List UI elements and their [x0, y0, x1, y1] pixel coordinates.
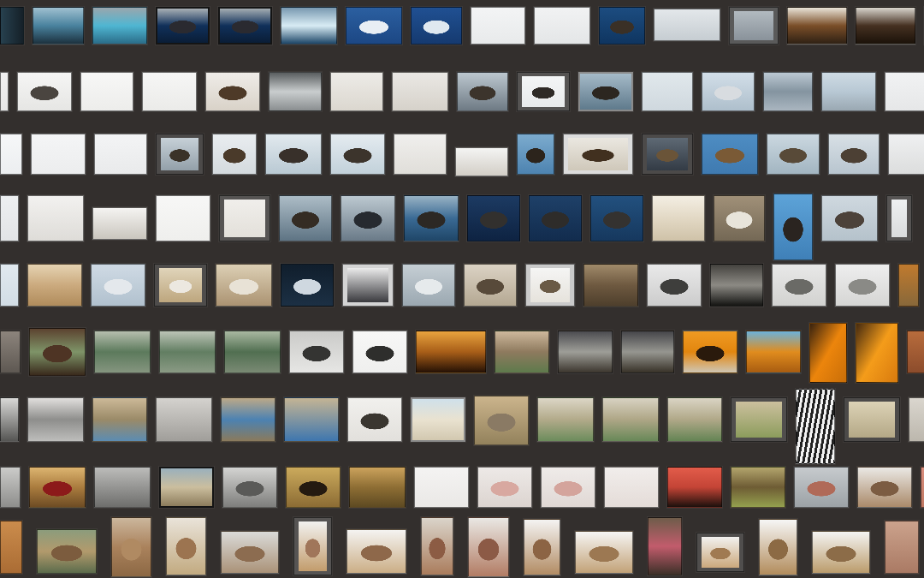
- zebras-waterhole-color-thumbnail[interactable]: [92, 397, 147, 442]
- plant-stems-white-thumbnail[interactable]: [156, 195, 210, 241]
- eagle-closeup-warm-thumbnail[interactable]: [787, 7, 847, 45]
- swan-cream-closeup-thumbnail[interactable]: [652, 195, 705, 241]
- birds-over-snow-edge-thumbnail[interactable]: [888, 134, 924, 175]
- savanna-waterhole-1-thumbnail[interactable]: [537, 397, 594, 442]
- swan-golden-landing-matted-thumbnail[interactable]: [154, 264, 207, 307]
- swan-splash-gray-water-thumbnail[interactable]: [402, 264, 455, 307]
- monkey-piggyback-snow-thumbnail[interactable]: [575, 531, 633, 574]
- elephant-approaching-thumbnail[interactable]: [474, 396, 529, 445]
- crane-behind-branches-thumbnail[interactable]: [464, 264, 517, 307]
- wildebeest-white-pan-thumbnail[interactable]: [347, 397, 402, 442]
- deadvlei-dead-trees-thumbnail[interactable]: [683, 331, 737, 373]
- wedded-rocks-highkey-thumbnail[interactable]: [352, 331, 407, 373]
- lone-tree-snow-thumbnail[interactable]: [17, 72, 72, 111]
- storm-over-dunes-1-thumbnail[interactable]: [558, 331, 613, 373]
- misty-lake-reflection-3-thumbnail[interactable]: [224, 331, 281, 373]
- baby-monkey-portrait-thumbnail[interactable]: [111, 517, 151, 577]
- ostrich-savanna-matted-thumbnail[interactable]: [844, 397, 900, 442]
- swans-golden-ripples-thumbnail[interactable]: [216, 264, 272, 307]
- flamingo-specks-white-thumbnail[interactable]: [414, 467, 469, 508]
- eagle-descending-matted-thumbnail[interactable]: [156, 134, 204, 175]
- white-minimal-field-thumbnail[interactable]: [31, 134, 86, 175]
- zebras-drinking-bw-thumbnail[interactable]: [27, 397, 84, 442]
- dune-curve-tall-2-thumbnail[interactable]: [856, 323, 898, 383]
- zebra-crossing-road-thumbnail[interactable]: [411, 397, 465, 442]
- minimal-tree-snow-thumbnail[interactable]: [80, 72, 133, 111]
- monkeys-by-stream-thumbnail[interactable]: [731, 467, 785, 508]
- eagle-water-landing-thumbnail[interactable]: [265, 134, 322, 175]
- giraffes-waterhole-matted-thumbnail[interactable]: [731, 397, 787, 442]
- zebra-edge-bw-thumbnail[interactable]: [0, 397, 19, 442]
- swan-blur-warm-thumbnail[interactable]: [27, 264, 82, 307]
- footprint-rows-snow-thumbnail[interactable]: [330, 72, 383, 111]
- snowmonkeys-huddle-thumbnail[interactable]: [857, 467, 912, 508]
- horses-pair-closeup-thumbnail[interactable]: [29, 328, 86, 376]
- swan-brown-water-landing-thumbnail[interactable]: [714, 195, 765, 241]
- yawning-lion-golden-thumbnail[interactable]: [29, 467, 86, 508]
- iceberg-floe-teal-thumbnail[interactable]: [92, 7, 147, 45]
- snow-field-gulls-thumbnail[interactable]: [534, 7, 590, 45]
- monkey-walk-matted-thumbnail[interactable]: [696, 533, 744, 572]
- monkey-walking-snow-matted-thumbnail[interactable]: [293, 517, 332, 575]
- eagle-dive-gray-thumbnail[interactable]: [457, 72, 508, 111]
- snow-hill-tracks-thumbnail[interactable]: [392, 72, 448, 111]
- snow-slope-pines-thumbnail[interactable]: [772, 264, 826, 307]
- monkeys-huddled-gray-thumbnail[interactable]: [221, 531, 279, 574]
- misty-lake-reflection-1-thumbnail[interactable]: [94, 331, 151, 373]
- orange-dune-blue-sky-thumbnail[interactable]: [746, 331, 801, 373]
- bush-in-snow-thumbnail[interactable]: [142, 72, 197, 111]
- elephant-rear-bw-thumbnail[interactable]: [222, 467, 277, 508]
- monkey-fur-edge-thumbnail[interactable]: [0, 521, 22, 574]
- eagle-splash-gray-thumbnail[interactable]: [279, 195, 332, 241]
- monkeys-grooming-pair-thumbnail[interactable]: [37, 529, 97, 574]
- swans-night-dark-thumbnail[interactable]: [281, 264, 334, 307]
- eagle-catch-splash-thumbnail[interactable]: [590, 195, 643, 241]
- misty-water-pale-thumbnail[interactable]: [642, 72, 693, 111]
- monkeys-red-faces-portrait-thumbnail[interactable]: [648, 517, 682, 575]
- swans-flying-pale-thumbnail[interactable]: [91, 264, 145, 307]
- pale-sky-band-thumbnail[interactable]: [821, 72, 876, 111]
- monkey-topdown-portrait-thumbnail[interactable]: [759, 519, 797, 575]
- zebras-bluewater-1-thumbnail[interactable]: [221, 397, 275, 442]
- branches-white-framed-thumbnail[interactable]: [525, 264, 575, 307]
- snowmonkey-hotspring-thumbnail[interactable]: [794, 467, 849, 508]
- flamingos-mist-thumbnail[interactable]: [477, 467, 532, 508]
- misty-treeline-thumbnail[interactable]: [763, 72, 813, 111]
- pink-fur-edge-thumbnail[interactable]: [921, 467, 924, 508]
- swan-motion-blur-matted-thumbnail[interactable]: [729, 7, 779, 45]
- eagle-blue-closeup-thumbnail[interactable]: [702, 134, 758, 175]
- eagle-blur-matted-edge-thumbnail[interactable]: [886, 195, 912, 241]
- eagle-dark-wings-thumbnail[interactable]: [856, 7, 915, 45]
- iceberg-bay-reflection-thumbnail[interactable]: [33, 7, 84, 45]
- misty-birches-thumbnail[interactable]: [835, 264, 890, 307]
- eagle-closeup-white-framed-thumbnail[interactable]: [563, 134, 633, 175]
- mountain-reflection-edge-thumbnail[interactable]: [0, 7, 24, 45]
- swan-sketch-white-edge-thumbnail[interactable]: [0, 134, 22, 175]
- snowy-brown-cliff-thumbnail[interactable]: [583, 264, 638, 307]
- monkey-face-portrait-thumbnail[interactable]: [421, 517, 453, 575]
- pale-snow-edge-thumbnail[interactable]: [0, 195, 19, 241]
- lone-tree-bw-thumbnail[interactable]: [647, 264, 702, 307]
- stone-shore-edge-thumbnail[interactable]: [0, 331, 21, 373]
- eagle-wings-raised-thumbnail[interactable]: [341, 195, 395, 241]
- swan-landing-pale-thumbnail[interactable]: [702, 72, 755, 111]
- branch-with-bird-thumbnail[interactable]: [205, 72, 260, 111]
- white-faint-mark-thumbnail[interactable]: [885, 72, 924, 111]
- flamingos-row-pale-thumbnail[interactable]: [541, 467, 595, 508]
- flying-birds-matted-thumbnail[interactable]: [219, 195, 270, 241]
- monkey-baby-snowy-face-thumbnail[interactable]: [468, 517, 509, 577]
- eagle-talons-framed-thumbnail[interactable]: [342, 264, 394, 307]
- eagle-portrait-blue-tall-thumbnail[interactable]: [773, 194, 813, 260]
- desert-mountain-elephants-thumbnail[interactable]: [495, 331, 549, 373]
- eagle-landing-pale-water-thumbnail[interactable]: [767, 134, 820, 175]
- snow-edge-thumbnail[interactable]: [0, 72, 9, 111]
- whale-breach-1-thumbnail[interactable]: [156, 7, 210, 45]
- elephant-eye-in-bush-thumbnail[interactable]: [286, 467, 341, 508]
- savanna-waterhole-3-thumbnail[interactable]: [667, 397, 722, 442]
- crane-wingspread-blue-thumbnail[interactable]: [411, 7, 462, 45]
- monkey-sitting-with-baby-thumbnail[interactable]: [524, 519, 560, 575]
- monkeys-pair-walking-thumbnail[interactable]: [812, 531, 870, 574]
- faint-bird-row-thumbnail[interactable]: [94, 134, 147, 175]
- swan-in-mist-thumbnail[interactable]: [654, 9, 720, 41]
- whale-breach-2-thumbnail[interactable]: [218, 7, 272, 45]
